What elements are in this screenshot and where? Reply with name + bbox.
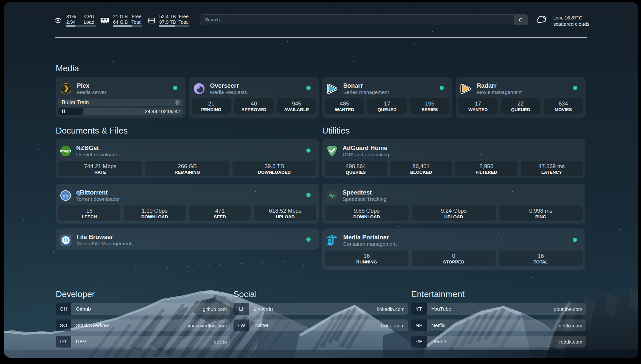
svg-text:qb: qb: [63, 193, 68, 198]
svg-text:nzbget: nzbget: [60, 149, 71, 153]
